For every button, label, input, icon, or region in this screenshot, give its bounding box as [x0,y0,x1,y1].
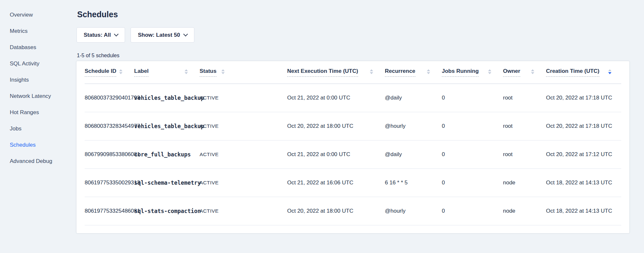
column-header-recurrence[interactable]: Recurrence [385,68,442,77]
sidebar-item-label: Schedules [10,142,35,148]
sidebar-item-jobs[interactable]: Jobs [10,121,77,137]
sort-arrow-down-icon [119,72,122,74]
sidebar-item-label: Databases [10,44,36,51]
status-cell: ACTIVE [200,123,287,129]
sidebar-item-label: Overview [10,12,33,18]
filter-button-label: Status: All [84,32,111,38]
schedule-id-cell[interactable]: 806800373283454977 [85,123,134,129]
sort-arrow-up-icon [185,69,188,71]
column-header-next-execution-time-utc[interactable]: Next Execution Time (UTC) [287,68,385,77]
creation-time-cell: Oct 20, 2022 at 17:12 UTC [546,151,621,158]
sort-arrow-up-icon [608,69,611,71]
filter-bar: Status: All Show: Latest 50 [77,27,629,43]
sidebar-item-label: Hot Ranges [10,109,39,116]
column-header-jobs-running[interactable]: Jobs Running [442,68,503,77]
sort-arrow-up-icon [488,69,491,71]
recurrence-cell: @daily [385,151,442,158]
sort-arrow-up-icon [221,69,225,71]
sidebar-item-schedules[interactable]: Schedules [10,137,77,153]
schedule-label-cell: core_full_backups [134,151,200,158]
schedule-label-cell: vehicles_table_backup [134,123,200,129]
creation-time-cell: Oct 20, 2022 at 17:18 UTC [546,123,621,129]
filter-dropdown-status[interactable]: Status: All [77,27,125,43]
page-title: Schedules [77,10,629,19]
sort-icon [531,69,534,74]
results-count: 1-5 of 5 schedules [77,52,629,59]
sort-arrow-down-icon [185,72,188,74]
owner-cell: root [503,123,546,129]
owner-cell: root [503,151,546,158]
schedule-id-cell[interactable]: 806800373290401793 [85,95,134,101]
status-cell: ACTIVE [200,95,287,101]
column-header-schedule-id[interactable]: Schedule ID [85,68,134,77]
sort-arrow-down-icon [488,72,491,74]
column-header-label: Creation Time (UTC) [546,68,599,77]
sort-arrow-down-icon [427,72,430,74]
table-row: 806800373283454977 vehicles_table_backup… [85,112,621,140]
next-execution-time-cell: Oct 20, 2022 at 18:00 UTC [287,208,385,214]
table-row: 806197753325486081 sql-stats-compaction … [85,197,621,225]
next-execution-time-cell: Oct 21, 2022 at 0:00 UTC [287,151,385,158]
main-content: Schedules Status: All Show: Latest 50 1-… [77,0,629,233]
status-cell: ACTIVE [200,180,287,186]
chevron-down-icon [114,32,119,36]
column-header-creation-time-utc[interactable]: Creation Time (UTC) [546,68,621,77]
sort-arrow-down-icon [608,72,611,74]
sort-arrow-up-icon [370,69,373,71]
sidebar-item-sql-activity[interactable]: SQL Activity [10,56,77,72]
table-row: 806197753350029313 sql-schema-telemetry … [85,169,621,197]
table-header-row: Schedule ID Label Status Next Execution … [85,61,621,84]
table-row: 806800373290401793 vehicles_table_backup… [85,84,621,112]
sort-arrow-up-icon [427,69,430,71]
sort-arrow-down-icon [370,72,373,74]
column-header-status[interactable]: Status [200,68,287,77]
filter-button-label: Show: Latest 50 [138,32,180,38]
table-row: 806799098533806081 core_full_backups ACT… [85,140,621,169]
recurrence-cell: @daily [385,95,442,101]
status-cell: ACTIVE [200,208,287,214]
creation-time-cell: Oct 18, 2022 at 14:13 UTC [546,180,621,186]
column-header-owner[interactable]: Owner [503,68,546,77]
column-header-label: Status [200,68,217,77]
next-execution-time-cell: Oct 21, 2022 at 16:06 UTC [287,180,385,186]
sidebar-item-advanced-debug[interactable]: Advanced Debug [10,153,77,169]
sidebar: Overview Metrics Databases SQL Activity … [0,0,77,169]
sidebar-item-network-latency[interactable]: Network Latency [10,88,77,104]
recurrence-cell: @hourly [385,123,442,129]
sidebar-item-databases[interactable]: Databases [10,39,77,56]
schedule-id-cell[interactable]: 806197753350029313 [85,180,134,186]
column-header-label: Owner [503,68,520,77]
column-header-label: Label [134,68,148,77]
sidebar-item-hot-ranges[interactable]: Hot Ranges [10,104,77,121]
creation-time-cell: Oct 18, 2022 at 14:13 UTC [546,208,621,214]
filter-dropdown-show[interactable]: Show: Latest 50 [131,27,194,43]
status-cell: ACTIVE [200,152,287,157]
schedules-table-card: Schedule ID Label Status Next Execution … [77,61,629,233]
sort-arrow-down-icon [531,72,534,74]
sort-arrow-up-icon [119,69,122,71]
schedule-id-cell[interactable]: 806197753325486081 [85,208,134,214]
column-header-label[interactable]: Label [134,68,200,77]
sort-icon [427,69,430,74]
recurrence-cell: 6 16 * * 5 [385,180,442,186]
sort-arrow-up-icon [531,69,534,71]
schedule-label-cell: vehicles_table_backup [134,95,200,101]
jobs-running-cell: 0 [442,95,503,101]
sort-icon [119,69,122,74]
next-execution-time-cell: Oct 20, 2022 at 18:00 UTC [287,123,385,129]
sidebar-item-insights[interactable]: Insights [10,72,77,88]
jobs-running-cell: 0 [442,180,503,186]
column-header-label: Schedule ID [85,68,116,77]
sidebar-item-label: SQL Activity [10,60,39,67]
schedule-id-cell[interactable]: 806799098533806081 [85,151,134,158]
sidebar-item-overview[interactable]: Overview [10,7,77,23]
owner-cell: root [503,95,546,101]
sort-icon [185,69,188,74]
schedule-label-cell: sql-schema-telemetry [134,180,200,186]
sort-icon [221,69,225,74]
sidebar-item-label: Insights [10,77,29,83]
sidebar-item-label: Jobs [10,126,21,132]
owner-cell: node [503,180,546,186]
creation-time-cell: Oct 20, 2022 at 17:18 UTC [546,95,621,101]
sidebar-item-metrics[interactable]: Metrics [10,23,77,39]
